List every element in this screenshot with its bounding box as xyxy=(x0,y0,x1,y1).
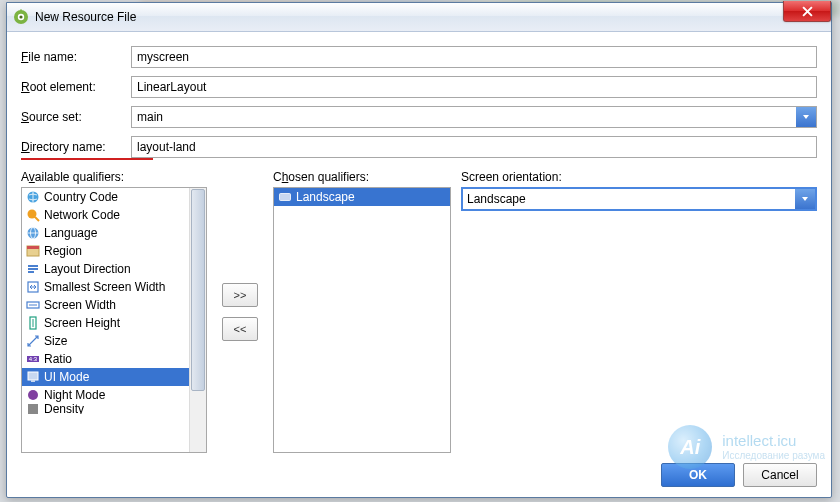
add-qualifier-button[interactable]: >> xyxy=(222,283,258,307)
svg-rect-11 xyxy=(28,265,38,267)
svg-rect-3 xyxy=(20,9,21,11)
screen-height-icon xyxy=(26,316,40,330)
chosen-qualifiers-list[interactable]: Landscape xyxy=(273,187,451,453)
available-qualifiers-list[interactable]: Country Code Network Code Language Regio… xyxy=(21,187,207,453)
root-element-input[interactable] xyxy=(131,76,817,98)
chevron-down-icon xyxy=(796,107,816,127)
chevron-down-icon xyxy=(795,189,815,209)
qualifier-ratio[interactable]: 4:3Ratio xyxy=(22,350,189,368)
qualifier-network-code[interactable]: Network Code xyxy=(22,206,189,224)
flag-icon xyxy=(26,244,40,258)
available-qualifiers-label: Available qualifiers: xyxy=(21,170,207,184)
svg-point-21 xyxy=(28,390,38,400)
screen-orientation-label: Screen orientation: xyxy=(461,170,817,184)
size-icon xyxy=(26,334,40,348)
layout-direction-icon xyxy=(26,262,40,276)
night-mode-icon xyxy=(26,388,40,402)
svg-text:4:3: 4:3 xyxy=(29,356,38,362)
screen-orientation-value: Landscape xyxy=(467,192,526,206)
ok-button[interactable]: OK xyxy=(661,463,735,487)
qualifier-size[interactable]: Size xyxy=(22,332,189,350)
qualifier-country-code[interactable]: Country Code xyxy=(22,188,189,206)
globe-icon xyxy=(26,190,40,204)
chosen-landscape[interactable]: Landscape xyxy=(274,188,450,206)
root-element-label: Root element: xyxy=(21,80,96,94)
titlebar[interactable]: New Resource File xyxy=(7,3,831,32)
file-name-row: File name: xyxy=(21,46,817,68)
directory-name-input[interactable] xyxy=(131,136,817,158)
new-resource-dialog: New Resource File File name: Root elemen… xyxy=(6,2,832,498)
language-icon xyxy=(26,226,40,240)
remove-qualifier-button[interactable]: << xyxy=(222,317,258,341)
qualifier-screen-width[interactable]: Screen Width xyxy=(22,296,189,314)
source-set-row: Source set: main xyxy=(21,106,817,128)
svg-rect-19 xyxy=(28,372,38,380)
android-studio-icon xyxy=(13,9,29,25)
ui-mode-icon xyxy=(26,370,40,384)
density-icon xyxy=(26,404,40,414)
globe-signal-icon xyxy=(26,208,40,222)
svg-rect-22 xyxy=(28,404,38,414)
window-close-button[interactable] xyxy=(783,1,831,22)
file-name-label: File name: xyxy=(21,50,77,64)
qualifier-screen-height[interactable]: Screen Height xyxy=(22,314,189,332)
source-set-label: Source set: xyxy=(21,110,82,124)
landscape-icon xyxy=(278,190,292,204)
qualifier-night-mode[interactable]: Night Mode xyxy=(22,386,189,404)
smallest-width-icon xyxy=(26,280,40,294)
directory-name-label: Directory name: xyxy=(21,140,106,154)
root-element-row: Root element: xyxy=(21,76,817,98)
qualifier-density[interactable]: Density xyxy=(22,404,189,414)
source-set-value: main xyxy=(137,110,163,124)
svg-rect-23 xyxy=(280,194,291,201)
svg-rect-20 xyxy=(31,380,35,382)
available-scrollbar[interactable] xyxy=(189,188,206,452)
qualifier-region[interactable]: Region xyxy=(22,242,189,260)
scrollbar-thumb[interactable] xyxy=(191,189,205,391)
highlight-underline xyxy=(21,158,153,160)
screen-width-icon xyxy=(26,298,40,312)
qualifier-language[interactable]: Language xyxy=(22,224,189,242)
qualifier-smallest-width[interactable]: Smallest Screen Width xyxy=(22,278,189,296)
qualifier-layout-direction[interactable]: Layout Direction xyxy=(22,260,189,278)
ratio-icon: 4:3 xyxy=(26,352,40,366)
svg-rect-10 xyxy=(27,246,39,249)
svg-point-2 xyxy=(19,15,22,18)
directory-name-row: Directory name: xyxy=(21,136,817,158)
svg-rect-13 xyxy=(28,271,34,273)
qualifier-ui-mode[interactable]: UI Mode xyxy=(22,368,189,386)
screen-orientation-combo[interactable]: Landscape xyxy=(461,187,817,211)
svg-rect-12 xyxy=(28,268,38,270)
cancel-button[interactable]: Cancel xyxy=(743,463,817,487)
chosen-qualifiers-label: Chosen qualifiers: xyxy=(273,170,451,184)
source-set-combo[interactable]: main xyxy=(131,106,817,128)
dialog-title: New Resource File xyxy=(35,10,136,24)
file-name-input[interactable] xyxy=(131,46,817,68)
